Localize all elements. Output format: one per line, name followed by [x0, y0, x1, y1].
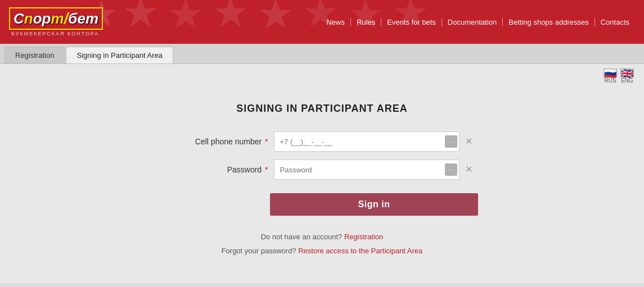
password-label: Password *	[170, 165, 268, 174]
logo-box: Спорт / бет	[9, 7, 103, 30]
header: Спорт / бет БУКМЕКЕРСКАЯ КОНТОРА News Ru…	[0, 0, 644, 44]
nav-news[interactable]: News	[321, 18, 351, 26]
phone-input-wrapper: ··· ✕	[274, 131, 475, 152]
forgot-password-text: Forgot your password?	[222, 247, 296, 255]
forgot-password-line: Forgot your password? Restore access to …	[222, 247, 423, 255]
phone-required: *	[263, 137, 268, 146]
nav-shops[interactable]: Betting shops addresses	[503, 18, 595, 26]
nav-rules[interactable]: Rules	[351, 18, 381, 26]
tabs-bar: Registration Signing in Participant Area	[0, 44, 644, 64]
phone-input[interactable]	[274, 131, 460, 152]
no-account-line: Do not have an account? Registration	[222, 233, 423, 241]
nav-docs[interactable]: Documentation	[442, 18, 503, 26]
password-dots-button[interactable]: ···	[445, 163, 457, 176]
svg-marker-3	[215, 0, 246, 27]
form-title: SIGNING IN PARTICIPANT AREA	[236, 103, 408, 115]
password-input[interactable]	[274, 160, 460, 180]
svg-marker-1	[125, 0, 156, 27]
tab-signin[interactable]: Signing in Participant Area	[66, 47, 173, 63]
flag-uk: 🇬🇧	[620, 69, 634, 78]
header-nav: News Rules Events for bets Documentation…	[321, 18, 635, 26]
lang-rus-label: RUS	[604, 78, 616, 84]
password-input-container: ···	[274, 160, 460, 180]
password-input-wrapper: ··· ✕	[274, 160, 475, 180]
phone-clear-button[interactable]: ✕	[463, 137, 475, 146]
tab-registration[interactable]: Registration	[4, 47, 65, 63]
password-row: Password * ··· ✕	[170, 160, 475, 180]
no-account-text: Do not have an account?	[261, 233, 343, 241]
phone-input-container: ···	[274, 131, 460, 152]
lang-bar: 🇷🇺 RUS 🇬🇧 ENG	[0, 64, 644, 86]
phone-dots-button[interactable]: ···	[445, 135, 457, 148]
phone-row: Cell phone number * ··· ✕	[170, 131, 475, 152]
svg-marker-2	[170, 0, 201, 29]
lang-eng-label: ENG	[621, 78, 633, 84]
logo[interactable]: Спорт / бет БУКМЕКЕРСКАЯ КОНТОРА	[9, 7, 103, 37]
logo-text: Спорт / бет	[9, 7, 103, 30]
main-content: SIGNING IN PARTICIPANT AREA Cell phone n…	[0, 86, 644, 283]
password-clear-button[interactable]: ✕	[463, 165, 475, 174]
flag-russia: 🇷🇺	[604, 69, 617, 78]
logo-subtitle: БУКМЕКЕРСКАЯ КОНТОРА	[11, 31, 103, 37]
restore-access-link[interactable]: Restore access to the Participant Area	[298, 247, 422, 255]
svg-marker-4	[260, 0, 291, 29]
registration-link[interactable]: Registration	[344, 233, 383, 241]
password-required: *	[263, 165, 268, 174]
nav-events[interactable]: Events for bets	[381, 18, 442, 26]
logo-bet: бет	[68, 10, 98, 28]
sign-in-button[interactable]: Sign in	[270, 193, 478, 216]
phone-label: Cell phone number *	[170, 137, 268, 146]
lang-eng[interactable]: 🇬🇧 ENG	[620, 69, 634, 84]
logo-sport: Спорт	[13, 10, 64, 28]
form-links: Do not have an account? Registration For…	[222, 233, 423, 261]
nav-contacts[interactable]: Contacts	[595, 18, 635, 26]
lang-rus[interactable]: 🇷🇺 RUS	[604, 69, 617, 84]
